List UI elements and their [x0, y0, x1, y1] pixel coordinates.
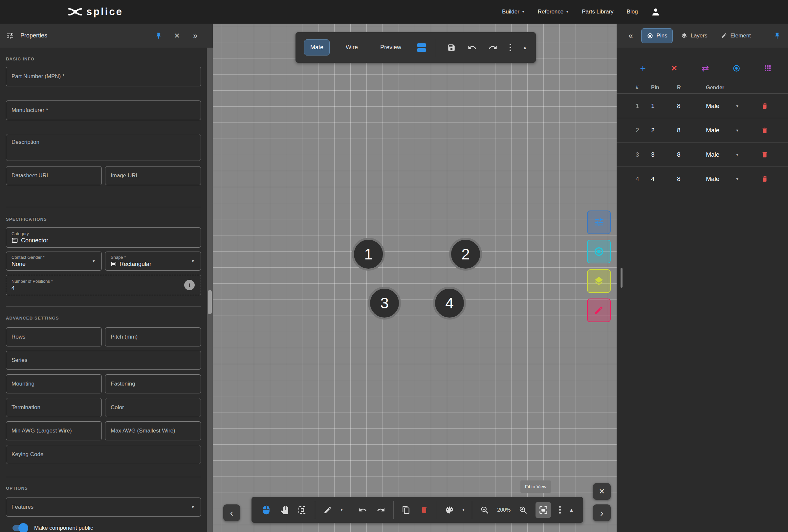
- tab-layers[interactable]: Layers: [675, 28, 713, 43]
- manufacturer-input[interactable]: Manufacturer *: [6, 100, 201, 120]
- user-account-button[interactable]: [651, 7, 660, 16]
- more-options-button[interactable]: [508, 42, 513, 53]
- element-tool-button[interactable]: [587, 298, 611, 322]
- pins-tool-button[interactable]: [587, 240, 611, 263]
- collapse-panel-button[interactable]: »: [190, 30, 201, 41]
- datasheet-url-input[interactable]: Datasheet URL: [6, 166, 102, 185]
- divider: [6, 477, 201, 477]
- pitch-input[interactable]: Pitch (mm): [105, 328, 201, 347]
- termination-input[interactable]: Termination: [6, 398, 102, 417]
- canvas-pin-4[interactable]: 4: [433, 287, 466, 319]
- nav-item-builder[interactable]: Builder▼: [502, 8, 525, 15]
- color-input[interactable]: Color: [105, 398, 201, 417]
- save-button[interactable]: [446, 42, 457, 54]
- undo-button[interactable]: [467, 42, 477, 54]
- zoom-level: 200%: [497, 507, 511, 513]
- image-url-input[interactable]: Image URL: [105, 166, 201, 185]
- delete-pin-button[interactable]: [761, 102, 768, 110]
- zoom-in-button[interactable]: [517, 504, 529, 516]
- nav-item-reference[interactable]: Reference▼: [538, 8, 569, 15]
- make-public-toggle[interactable]: [13, 525, 27, 531]
- number-of-positions-field[interactable]: Number of Positions * 4 i: [6, 275, 201, 295]
- category-select[interactable]: Category Connector: [6, 227, 201, 248]
- next-panel-button[interactable]: ›: [593, 505, 611, 521]
- delete-button[interactable]: [419, 504, 430, 516]
- properties-tool-button[interactable]: [587, 211, 611, 234]
- delete-pin-button[interactable]: [761, 175, 768, 182]
- caret-down-icon: ▼: [735, 129, 739, 132]
- rows-input[interactable]: Rows: [6, 328, 102, 347]
- remove-pin-button[interactable]: ✕: [668, 62, 681, 75]
- palette-caret[interactable]: ▼: [462, 508, 465, 512]
- gender-select[interactable]: Male ▼: [701, 175, 746, 182]
- collapse-toolbar-button[interactable]: ▲: [569, 507, 574, 513]
- contact-gender-select[interactable]: Contact Gender * None ▼: [6, 252, 102, 271]
- split-view-button[interactable]: [417, 43, 426, 52]
- max-awg-input[interactable]: Max AWG (Smallest Wire): [105, 421, 201, 440]
- mode-mate-button[interactable]: Mate: [304, 39, 330, 56]
- series-input[interactable]: Series: [6, 351, 201, 370]
- pin-table-row[interactable]: 1 1 8 Male ▼: [617, 94, 788, 118]
- info-icon[interactable]: i: [184, 280, 195, 290]
- delete-pin-button[interactable]: [761, 127, 768, 134]
- pin-panel-button[interactable]: [153, 30, 164, 41]
- swap-pins-button[interactable]: ⇄: [699, 62, 712, 75]
- tab-element[interactable]: Element: [715, 28, 756, 43]
- fastening-input[interactable]: Fastening: [105, 374, 201, 393]
- pan-mode-button[interactable]: [279, 504, 290, 516]
- canvas-pin-3[interactable]: 3: [368, 287, 401, 319]
- mode-preview-button[interactable]: Preview: [374, 39, 408, 56]
- pin-mode-button[interactable]: [730, 62, 743, 75]
- layers-tool-button[interactable]: [587, 269, 611, 293]
- editor-canvas[interactable]: Mate Wire Preview ▲ 1 2 3 4: [213, 24, 617, 532]
- add-pin-button[interactable]: +: [636, 62, 649, 75]
- make-public-label: Make component public: [34, 525, 93, 531]
- person-icon: [651, 7, 660, 16]
- close-canvas-button[interactable]: ✕: [593, 483, 611, 500]
- gender-select[interactable]: Male ▼: [701, 127, 746, 134]
- gender-select[interactable]: Male ▼: [701, 151, 746, 158]
- pin-panel-button[interactable]: [772, 30, 783, 41]
- pin-table-row[interactable]: 2 2 8 Male ▼: [617, 118, 788, 142]
- nav-item-parts-library[interactable]: Parts Library: [582, 8, 613, 15]
- pin-table-row[interactable]: 3 3 8 Male ▼: [617, 142, 788, 167]
- fit-to-view-button[interactable]: [535, 502, 551, 518]
- prev-panel-button[interactable]: ‹: [223, 505, 240, 521]
- mounting-input[interactable]: Mounting: [6, 374, 102, 393]
- redo-button[interactable]: [488, 42, 498, 54]
- close-panel-button[interactable]: ✕: [171, 30, 182, 41]
- description-input[interactable]: Description: [6, 134, 201, 161]
- delete-pin-button[interactable]: [761, 151, 768, 158]
- nav-item-blog[interactable]: Blog: [627, 8, 638, 15]
- tab-pins[interactable]: Pins: [641, 28, 673, 43]
- draw-tool-caret[interactable]: ▼: [340, 508, 343, 512]
- left-panel-scrollbar[interactable]: [207, 47, 213, 532]
- collapse-toolbar-button[interactable]: ▲: [523, 45, 527, 50]
- draw-tool-button[interactable]: [322, 504, 333, 516]
- part-number-input[interactable]: Part Number (MPN) *: [6, 67, 201, 86]
- canvas-pin-1[interactable]: 1: [352, 238, 385, 271]
- undo-button[interactable]: [357, 504, 368, 516]
- more-options-button[interactable]: [558, 505, 562, 515]
- min-awg-input[interactable]: Min AWG (Largest Wire): [6, 421, 102, 440]
- grid-box-icon: [12, 237, 18, 244]
- mouse-mode-button[interactable]: [261, 504, 272, 516]
- app-logo-text: splice: [86, 6, 123, 18]
- redo-button[interactable]: [375, 504, 387, 516]
- zoom-out-button[interactable]: [479, 504, 490, 516]
- palette-button[interactable]: [444, 504, 455, 516]
- right-panel-scrollbar[interactable]: [620, 268, 623, 288]
- target-icon: [647, 33, 653, 39]
- marquee-select-button[interactable]: [297, 504, 308, 516]
- collapse-left-icon[interactable]: «: [628, 31, 633, 40]
- canvas-pin-2[interactable]: 2: [449, 238, 482, 271]
- pin-table-row[interactable]: 4 4 8 Male ▼: [617, 167, 788, 191]
- grid-arrange-button[interactable]: [761, 62, 774, 75]
- shape-select[interactable]: Shape * Rectangular ▼: [105, 252, 201, 271]
- app-logo[interactable]: splice: [68, 0, 123, 24]
- features-select[interactable]: Features ▼: [6, 497, 201, 516]
- mode-wire-button[interactable]: Wire: [339, 39, 364, 56]
- gender-select[interactable]: Male ▼: [701, 102, 746, 110]
- copy-button[interactable]: [400, 504, 412, 516]
- keying-code-input[interactable]: Keying Code: [6, 445, 201, 464]
